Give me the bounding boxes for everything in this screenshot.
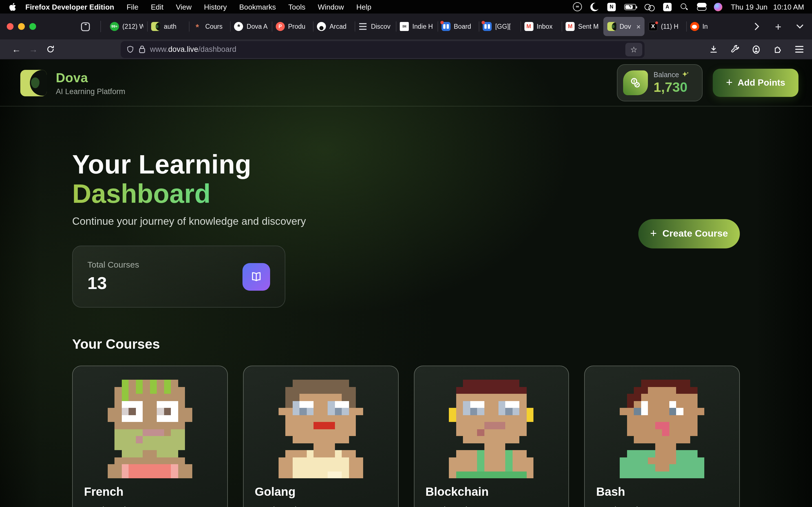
tab-label: Indie H <box>412 23 434 30</box>
siri-icon[interactable] <box>714 3 722 11</box>
balance-card[interactable]: Balance 1,730 <box>617 64 703 101</box>
reddit-favicon <box>690 22 699 31</box>
tab-label: Produ <box>288 23 309 30</box>
whatsapp-favicon: 99+ <box>110 22 119 31</box>
tab-gg[interactable]: [GG][ <box>479 17 520 36</box>
tab-boards[interactable]: Board <box>438 17 479 36</box>
extensions-puzzle-icon[interactable] <box>769 41 786 57</box>
tab-label: Dov <box>619 23 632 30</box>
linked-rings-icon[interactable] <box>645 3 655 11</box>
course-card-bash[interactable]: BashLevel: Beginner <box>585 365 740 507</box>
forward-button[interactable]: → <box>25 41 42 57</box>
clock-time: 10:10 AM <box>773 3 804 11</box>
course-title: French <box>73 485 227 499</box>
window-zoom-button[interactable] <box>29 23 36 30</box>
tab-arcade[interactable]: Arcad <box>313 17 355 36</box>
connection-lock-icon[interactable] <box>139 45 146 54</box>
course-card-golang[interactable]: GolangLevel: Beginner <box>243 365 399 507</box>
apple-menu-icon[interactable] <box>9 3 16 11</box>
back-button[interactable]: ← <box>8 41 25 57</box>
stats-value: 13 <box>87 273 139 293</box>
menu-help[interactable]: Help <box>356 3 371 11</box>
producthunt-favicon: P <box>276 22 285 31</box>
tab-whatsapp[interactable]: 99+(212) W <box>106 17 147 36</box>
tab-label: Discov <box>371 23 392 30</box>
dova-logo[interactable] <box>20 69 47 96</box>
firefox-tabbar: 99+(212) Wauth*Cours*Dova APProduArcadDi… <box>0 13 812 40</box>
menu-window[interactable]: Window <box>318 3 344 11</box>
downloads-icon[interactable] <box>705 41 722 57</box>
reload-button[interactable] <box>42 41 59 57</box>
battery-icon[interactable]: ϟ <box>624 4 636 10</box>
discover-favicon <box>359 23 367 30</box>
navbar-right-icons <box>705 41 808 57</box>
create-course-button[interactable]: + Create Course <box>638 219 740 248</box>
course-title: Golang <box>244 485 398 499</box>
menu-tools[interactable]: Tools <box>289 3 306 11</box>
menubar-app-name[interactable]: Firefox Developer Edition <box>26 3 114 11</box>
hero-section: Your Learning Dashboard Continue your jo… <box>0 107 812 228</box>
close-tab-icon[interactable]: × <box>635 22 641 31</box>
menu-bookmarks[interactable]: Bookmarks <box>239 3 276 11</box>
pixel-avatar <box>449 380 534 478</box>
tab-discover[interactable]: Discov <box>355 17 396 36</box>
notion-glyph: N <box>610 4 613 9</box>
url-bar[interactable]: www.dova.live/dashboard ☆ <box>121 41 645 58</box>
course-level: Level: Beginner <box>73 505 227 507</box>
tab-sent-mail[interactable]: MSent M <box>562 17 603 36</box>
input-source-icon[interactable]: A <box>663 3 672 11</box>
adobe-cc-icon[interactable]: ∞ <box>573 2 582 11</box>
window-controls <box>0 23 44 30</box>
stats-label: Total Courses <box>87 260 139 269</box>
new-tab-button[interactable]: + <box>771 20 785 33</box>
control-center-icon[interactable] <box>697 3 705 11</box>
x-favicon: X <box>649 22 658 31</box>
url-text[interactable]: www.dova.live/dashboard <box>150 45 625 54</box>
tab-product[interactable]: PProdu <box>272 17 313 36</box>
tab-dova-ai[interactable]: *Dova A <box>231 17 272 36</box>
add-points-button[interactable]: + Add Points <box>713 69 799 97</box>
arcade-favicon <box>317 22 326 31</box>
list-all-tabs-icon[interactable] <box>793 20 806 33</box>
window-close-button[interactable] <box>7 23 13 30</box>
spotlight-search-icon[interactable] <box>680 3 689 11</box>
scroll-tabs-right-icon[interactable] <box>750 20 763 33</box>
site-header: Dova AI Learning Platform Balance 1,730 <box>0 60 812 107</box>
clock-date: Thu 19 Jun <box>731 3 767 11</box>
crescent-app-icon[interactable] <box>591 3 599 11</box>
tab-inbox[interactable]: MInbox <box>520 17 562 36</box>
devtools-wrench-icon[interactable] <box>726 41 743 57</box>
menu-history[interactable]: History <box>204 3 227 11</box>
url-domain: dova.live <box>168 45 199 54</box>
whatsapp-glyph: 99+ <box>111 25 117 29</box>
menu-hamburger-icon[interactable] <box>791 41 808 57</box>
menu-edit[interactable]: Edit <box>151 3 163 11</box>
tab-label: Arcad <box>329 23 351 30</box>
menu-view[interactable]: View <box>176 3 192 11</box>
firefox-view-icon[interactable] <box>77 18 94 35</box>
indiehackers-favicon: IH <box>400 22 409 31</box>
menubar-clock[interactable]: Thu 19 Jun 10:10 AM <box>731 3 804 11</box>
sparkle-icon <box>682 71 689 78</box>
tab-label: [GG][ <box>495 23 516 30</box>
notion-icon[interactable]: N <box>607 3 616 11</box>
account-profile-icon[interactable] <box>748 41 765 57</box>
tab-courses[interactable]: *Cours <box>189 17 231 36</box>
tab-auth[interactable]: auth <box>147 17 189 36</box>
bookmark-star-icon[interactable]: ☆ <box>625 43 642 56</box>
tab-reddit[interactable]: In <box>686 17 727 36</box>
course-level: Level: Beginner <box>244 505 398 507</box>
tab-dova-dashboard[interactable]: Dov× <box>603 17 645 36</box>
course-card-french[interactable]: FrenchLevel: Beginner <box>72 365 228 507</box>
indiehackers-glyph: IH <box>403 25 407 29</box>
brand-name: Dova <box>56 70 125 86</box>
menu-file[interactable]: File <box>126 3 139 11</box>
plus-icon: + <box>726 76 732 88</box>
balance-value: 1,730 <box>654 79 689 95</box>
tab-indie-hackers[interactable]: IHIndie H <box>396 17 438 36</box>
tab-x-home[interactable]: X(11) H <box>645 17 686 36</box>
course-card-blockchain[interactable]: BlockchainLevel: Beginner <box>414 365 569 507</box>
window-minimize-button[interactable] <box>18 23 25 30</box>
firefox-navbar: ← → www.dova.live/dashboard ☆ <box>0 40 812 60</box>
tracking-protection-shield-icon[interactable] <box>126 45 134 54</box>
